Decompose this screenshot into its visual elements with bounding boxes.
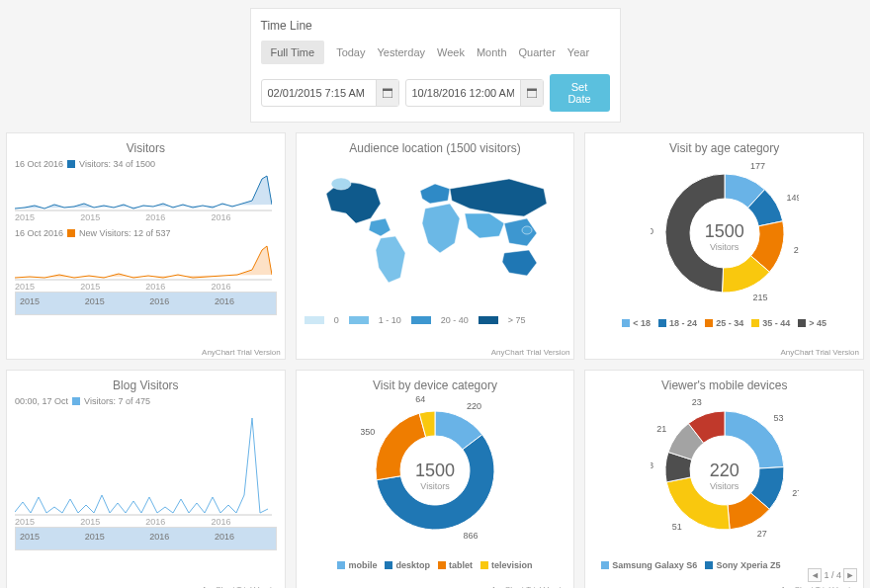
- svg-text:740: 740: [651, 226, 653, 236]
- card-blog: Blog Visitors 00:00, 17 OctVisitors: 7 o…: [6, 370, 286, 588]
- legend-age: < 18 18 - 24 25 - 34 35 - 44 > 45: [593, 318, 855, 328]
- card-title: Viewer's mobile devices: [593, 378, 855, 392]
- calendar-icon[interactable]: [376, 80, 398, 106]
- svg-text:27: 27: [792, 488, 799, 498]
- tab-today[interactable]: Today: [336, 46, 365, 58]
- range-slider[interactable]: 2015201520162016: [15, 292, 277, 315]
- spark-new-visitors: [15, 240, 272, 282]
- legend-text: Visitors: 7 of 475: [84, 396, 150, 406]
- svg-text:149: 149: [786, 193, 798, 203]
- card-title: Visit by age category: [593, 141, 855, 155]
- svg-text:51: 51: [671, 522, 681, 532]
- axis-year: 2016: [212, 282, 277, 292]
- svg-text:53: 53: [773, 413, 783, 423]
- tab-quarter[interactable]: Quarter: [519, 46, 556, 58]
- axis-year: 2016: [145, 212, 211, 222]
- svg-point-7: [331, 178, 351, 190]
- world-map: [311, 159, 559, 307]
- timeline-title: Time Line: [261, 19, 610, 33]
- map-legend: 0 1 - 10 20 - 40 > 75: [304, 315, 566, 325]
- axis-year: 2015: [80, 282, 145, 292]
- svg-text:215: 215: [752, 293, 767, 302]
- svg-rect-1: [383, 89, 392, 91]
- axis-year: 2016: [212, 517, 277, 527]
- lg: < 18: [633, 318, 651, 328]
- axis-year: 2015: [80, 212, 145, 222]
- lg: 25 - 34: [716, 318, 743, 328]
- start-date-field[interactable]: [261, 79, 399, 107]
- date-label: 16 Oct 2016: [15, 159, 63, 169]
- card-age: Visit by age category 177149219215740150…: [584, 132, 864, 360]
- card-audience: Audience location (1500 visitors): [296, 132, 575, 360]
- lg: Samsung Galaxy S6: [612, 560, 697, 570]
- svg-text:21: 21: [656, 424, 666, 434]
- legend-2: 20 - 40: [441, 315, 469, 325]
- axis-year: 2015: [15, 517, 80, 527]
- legend-text: Visitors: 34 of 1500: [79, 159, 155, 169]
- range-slider[interactable]: 2015201520162016: [15, 527, 277, 550]
- lg: > 45: [809, 318, 826, 328]
- spark-blog: [15, 408, 272, 517]
- lg: tablet: [449, 560, 473, 570]
- svg-text:220: 220: [467, 401, 481, 411]
- card-title: Visit by device category: [304, 378, 566, 392]
- legend-swatch: [72, 397, 80, 405]
- legend-swatch: [67, 229, 75, 237]
- donut-device: 220866350641500Visitors: [304, 396, 566, 554]
- axis-year: 2016: [145, 282, 211, 292]
- donut-age: 1771492192157401500Visitors: [593, 159, 855, 312]
- tab-week[interactable]: Week: [437, 46, 465, 58]
- card-title: Visitors: [15, 141, 277, 155]
- svg-text:219: 219: [793, 245, 798, 255]
- card-visitors: Visitors 16 Oct 2016Visitors: 34 of 1500…: [6, 132, 286, 360]
- pager-next[interactable]: ►: [843, 568, 857, 582]
- timeline-panel: Time Line Full Time Today Yesterday Week…: [250, 8, 621, 123]
- legend-pager: ◄ 1 / 4 ►: [808, 568, 857, 582]
- watermark: AnyChart Trial Version: [202, 348, 281, 357]
- tab-month[interactable]: Month: [477, 46, 507, 58]
- donut-mobile: 53272751182123220Visitors: [593, 396, 855, 554]
- svg-text:177: 177: [750, 161, 765, 171]
- watermark: AnyChart Trial Version: [491, 348, 570, 357]
- pager-text: 1 / 4: [824, 570, 841, 580]
- svg-text:350: 350: [361, 427, 375, 437]
- lg: 18 - 24: [669, 318, 697, 328]
- end-date-input[interactable]: [406, 87, 520, 99]
- watermark: AnyChart Trial Version: [780, 348, 859, 357]
- legend-swatch: [67, 160, 75, 168]
- pager-prev[interactable]: ◄: [808, 568, 822, 582]
- svg-text:18: 18: [651, 461, 653, 470]
- date-label: 00:00, 17 Oct: [15, 396, 68, 406]
- legend-text: New Visitors: 12 of 537: [79, 228, 170, 238]
- axis-year: 2015: [15, 212, 80, 222]
- lg: 35 - 44: [762, 318, 790, 328]
- card-mobile: Viewer's mobile devices 5327275118212322…: [584, 370, 864, 588]
- svg-rect-3: [527, 89, 537, 91]
- axis-year: 2016: [145, 517, 211, 527]
- calendar-icon[interactable]: [520, 80, 543, 106]
- tab-year[interactable]: Year: [567, 46, 589, 58]
- lg: Sony Xperia Z5: [716, 560, 780, 570]
- svg-text:64: 64: [415, 396, 425, 404]
- legend-1: 1 - 10: [379, 315, 401, 325]
- card-device: Visit by device category 220866350641500…: [296, 370, 575, 588]
- start-date-input[interactable]: [262, 87, 376, 99]
- date-label: 16 Oct 2016: [15, 228, 63, 238]
- set-date-button[interactable]: Set Date: [550, 74, 610, 112]
- tab-full-time[interactable]: Full Time: [261, 41, 325, 64]
- legend-device: mobile desktop tablet television: [304, 560, 566, 570]
- tab-yesterday[interactable]: Yesterday: [377, 46, 425, 58]
- end-date-field[interactable]: [405, 79, 544, 107]
- axis-year: 2015: [80, 517, 145, 527]
- svg-point-6: [522, 226, 532, 234]
- card-title: Blog Visitors: [15, 378, 277, 392]
- legend-0: 0: [334, 315, 339, 325]
- svg-text:866: 866: [463, 531, 478, 541]
- axis-year: 2016: [212, 212, 277, 222]
- svg-text:23: 23: [691, 397, 701, 407]
- lg: desktop: [395, 560, 430, 570]
- legend-3: > 75: [508, 315, 526, 325]
- spark-visitors: [15, 171, 272, 212]
- timeline-tabs: Full Time Today Yesterday Week Month Qua…: [261, 41, 610, 64]
- card-title: Audience location (1500 visitors): [304, 141, 566, 155]
